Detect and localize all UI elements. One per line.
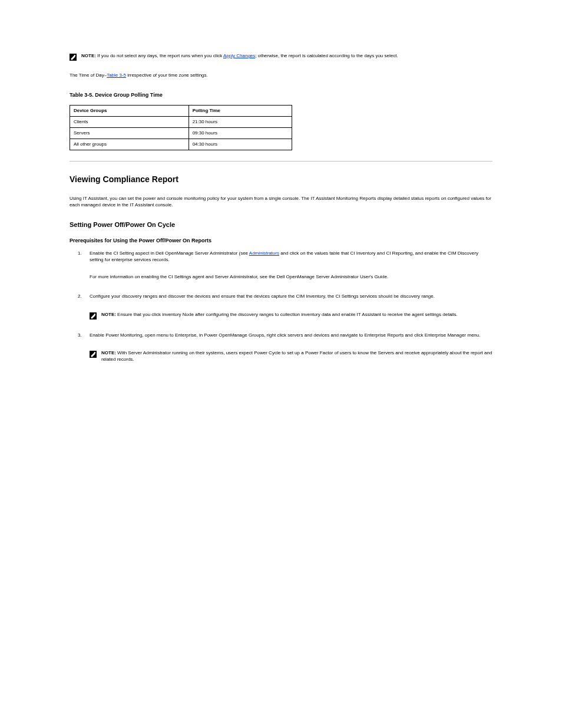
note-icon bbox=[70, 54, 77, 61]
note-text-1: If you do not select any days, the repor… bbox=[96, 53, 223, 58]
svg-rect-1 bbox=[74, 55, 75, 56]
table-3-link[interactable]: Table 3-5 bbox=[107, 73, 126, 78]
cell-time: 21:30 hours bbox=[189, 116, 292, 127]
table-header-row: Device Groups Polling Time bbox=[70, 105, 292, 116]
svg-rect-3 bbox=[94, 314, 95, 315]
step-body: Configure your discovery ranges and disc… bbox=[90, 294, 492, 300]
table-row: All other groups 04:30 hours bbox=[70, 139, 292, 150]
note-label: NOTE: bbox=[101, 312, 116, 317]
cell-time: 04:30 hours bbox=[189, 139, 292, 150]
section-heading: Viewing Compliance Report bbox=[70, 174, 492, 184]
section-divider bbox=[70, 161, 492, 162]
list-item: Configure your discovery ranges and disc… bbox=[70, 294, 492, 319]
col-header-groups: Device Groups bbox=[70, 105, 189, 116]
step-body: Enable Power Monitoring, open menu to En… bbox=[90, 332, 492, 339]
cell-time: 09:30 hours bbox=[189, 127, 292, 139]
intro-paragraph: Using IT Assistant, you can set the powe… bbox=[70, 196, 492, 209]
step-extra: For more information on enabling the CI … bbox=[90, 274, 492, 281]
administrators-link[interactable]: Administrators bbox=[249, 251, 279, 256]
page-root: NOTE: If you do not select any days, the… bbox=[0, 0, 562, 411]
pre-table-before: The Time of Day– bbox=[70, 73, 107, 78]
svg-rect-5 bbox=[94, 352, 95, 353]
table-row: Clients 21:30 hours bbox=[70, 116, 292, 127]
list-item: Enable Power Monitoring, open menu to En… bbox=[70, 332, 492, 363]
step-note: NOTE: With Server Administrator running … bbox=[90, 350, 492, 363]
step-note: NOTE: Ensure that you click inventory No… bbox=[90, 312, 492, 319]
polling-time-table: Device Groups Polling Time Clients 21:30… bbox=[70, 105, 292, 150]
cell-group: Clients bbox=[70, 116, 189, 127]
top-note-body: NOTE: If you do not select any days, the… bbox=[81, 53, 492, 60]
subsubsection-heading: Prerequisites for Using the Power Off/Po… bbox=[70, 238, 492, 243]
table-row: Servers 09:30 hours bbox=[70, 127, 292, 139]
note-text-2: ; otherwise, the report is calculated ac… bbox=[255, 53, 398, 58]
subsection-heading: Setting Power Off/Power On Cycle bbox=[70, 221, 492, 228]
step-text-before: Enable the CI Setting aspect in Dell Ope… bbox=[90, 251, 249, 256]
step-body: Enable the CI Setting aspect in Dell Ope… bbox=[90, 251, 492, 263]
table-title: Table 3-5. Device Group Polling Time bbox=[70, 92, 492, 98]
step-note-body: NOTE: Ensure that you click inventory No… bbox=[101, 312, 492, 318]
cell-group: All other groups bbox=[70, 139, 189, 150]
note-icon bbox=[90, 312, 97, 319]
list-item: Enable the CI Setting aspect in Dell Ope… bbox=[70, 251, 492, 280]
note-icon bbox=[90, 351, 97, 358]
note-text: Ensure that you click inventory Node aft… bbox=[116, 312, 458, 317]
apply-changes-link[interactable]: Apply Changes bbox=[223, 53, 255, 58]
steps-list: Enable the CI Setting aspect in Dell Ope… bbox=[70, 251, 492, 363]
top-note: NOTE: If you do not select any days, the… bbox=[70, 53, 492, 61]
note-label: NOTE: bbox=[81, 53, 96, 58]
pre-table-para: The Time of Day–Table 3-5 irrespective o… bbox=[70, 73, 492, 79]
pre-table-after: irrespective of your time zone settings. bbox=[126, 73, 208, 78]
cell-group: Servers bbox=[70, 127, 189, 139]
note-label: NOTE: bbox=[101, 350, 116, 355]
step-note-body: NOTE: With Server Administrator running … bbox=[101, 350, 492, 363]
col-header-time: Polling Time bbox=[189, 105, 292, 116]
note-text: With Server Administrator running on the… bbox=[101, 350, 492, 362]
